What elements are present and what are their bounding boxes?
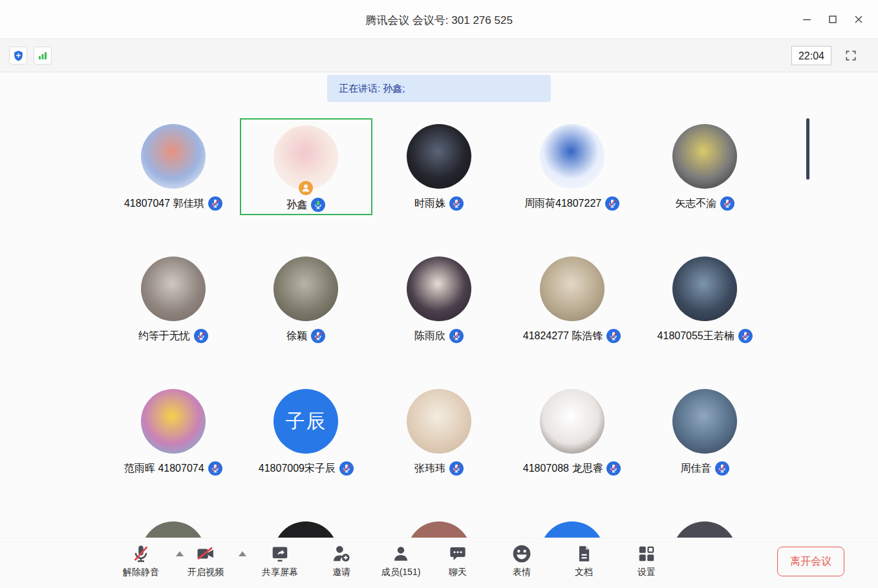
signal-bars-icon[interactable] [34, 47, 52, 65]
participant-name: 41807088 龙思睿 [523, 462, 603, 476]
mic-muted-icon [449, 196, 464, 211]
mic-muted-icon [606, 461, 621, 476]
participant-nameline: 周佳音 [680, 461, 729, 476]
participant-tile[interactable]: 范雨晖 41807074 [107, 383, 240, 480]
toolbar-item-settings[interactable]: 设置 [619, 543, 674, 578]
window-title: 腾讯会议 会议号: 301 276 525 [0, 0, 878, 39]
mic-muted-icon [131, 543, 151, 564]
window-controls [797, 0, 869, 39]
participant-name: 张玮玮 [414, 462, 445, 476]
participant-name: 徐颖 [286, 330, 307, 343]
toolbar-item-label: 开启视频 [187, 567, 224, 578]
scrollbar-thumb[interactable] [806, 118, 809, 180]
mic-muted-icon [311, 329, 325, 343]
avatar [273, 125, 338, 190]
maximize-icon[interactable] [822, 9, 843, 30]
toolbar-item-mic-muted[interactable]: 解除静音 [114, 543, 168, 578]
avatar [141, 389, 206, 454]
toolbar-item-label: 聊天 [449, 567, 467, 578]
participant-tile[interactable]: 周雨荷41807227 [506, 118, 639, 215]
docs-icon [573, 543, 594, 564]
toolbar-item-members[interactable]: 成员(151) [374, 543, 428, 578]
participant-tile[interactable]: 陈雨欣 [372, 251, 506, 348]
participant-row: 范雨晖 41807074子辰41807009宋子辰张玮玮41807088 龙思睿… [107, 383, 771, 516]
camera-off-icon [195, 543, 216, 564]
participant-nameline: 41824277 陈浩锋 [523, 329, 621, 343]
participant-nameline: 徐颖 [286, 329, 325, 343]
toolbar-item-label: 表情 [513, 567, 531, 578]
participant-tile[interactable]: 矢志不渝 [638, 118, 771, 215]
participant-nameline: 41807055王若楠 [658, 329, 753, 343]
participant-name: 周佳音 [680, 462, 711, 476]
chat-icon [447, 543, 468, 564]
toolbar-item-chat[interactable]: 聊天 [431, 543, 485, 578]
participant-name: 约等于无忧 [138, 330, 190, 343]
participant-tile[interactable]: 41824277 陈浩锋 [506, 251, 639, 348]
participant-name: 孙鑫 [286, 198, 307, 212]
participant-nameline: 41807088 龙思睿 [523, 461, 621, 476]
fullscreen-icon[interactable] [842, 47, 860, 65]
participant-nameline: 周雨荷41807227 [524, 196, 619, 211]
toolbar-item-camera-off[interactable]: 开启视频 [178, 543, 233, 578]
participant-tile-active-speaker[interactable]: 孙鑫 [240, 118, 373, 215]
participant-tile[interactable]: 徐颖 [240, 251, 373, 348]
participant-name: 时雨姝 [414, 197, 445, 211]
participant-tile[interactable]: 时雨姝 [372, 118, 506, 215]
avatar [540, 389, 605, 454]
participant-grid: 41807047 郭佳琪孙鑫时雨姝周雨荷41807227矢志不渝约等于无忧徐颖陈… [107, 118, 771, 588]
avatar [672, 257, 737, 321]
mic-muted-icon [606, 329, 621, 343]
participant-row: 约等于无忧徐颖陈雨欣41824277 陈浩锋41807055王若楠 [107, 251, 771, 383]
mic-muted-icon [449, 329, 464, 343]
participant-tile[interactable]: 41807055王若楠 [638, 251, 771, 348]
participant-name: 41807047 郭佳琪 [124, 197, 204, 211]
video-options-arrow-icon[interactable] [239, 551, 246, 556]
settings-icon [636, 543, 657, 564]
toolbar-item-docs[interactable]: 文档 [557, 543, 611, 578]
title-bar: 腾讯会议 会议号: 301 276 525 [0, 0, 878, 39]
host-badge-icon [299, 181, 313, 195]
mic-muted-icon [715, 461, 729, 476]
meeting-timer: 22:04 [791, 46, 831, 65]
mic-muted-icon [194, 329, 208, 343]
participant-nameline: 时雨姝 [414, 196, 464, 211]
close-icon[interactable] [848, 9, 869, 30]
toolbar-item-emoji[interactable]: 表情 [495, 543, 549, 578]
avatar [672, 124, 737, 189]
minimize-icon[interactable] [797, 9, 817, 30]
participant-tile[interactable]: 周佳音 [638, 383, 771, 480]
footer-toolbar: 离开会议 解除静音开启视频共享屏幕邀请成员(151)聊天表情文档设置 [0, 538, 878, 588]
participant-tile[interactable]: 子辰41807009宋子辰 [240, 383, 373, 480]
participant-nameline: 孙鑫 [286, 198, 325, 212]
participant-nameline: 41807047 郭佳琪 [124, 196, 222, 211]
toolbar-item-invite[interactable]: 邀请 [314, 543, 369, 578]
shield-plus-icon[interactable] [9, 47, 27, 65]
avatar [141, 124, 206, 189]
participant-name: 范雨晖 41807074 [124, 462, 204, 476]
participant-nameline: 范雨晖 41807074 [124, 461, 222, 476]
avatar [407, 389, 471, 454]
participant-tile[interactable]: 41807088 龙思睿 [506, 383, 639, 480]
toolbar-item-share-screen[interactable]: 共享屏幕 [253, 543, 307, 578]
mic-muted-icon [449, 461, 464, 476]
mic-muted-icon [720, 196, 734, 211]
meeting-toolbar-strip: 22:04 [0, 39, 878, 72]
participant-tile[interactable]: 张玮玮 [372, 383, 506, 480]
participant-row: 41807047 郭佳琪孙鑫时雨姝周雨荷41807227矢志不渝 [107, 118, 771, 251]
avatar [672, 389, 737, 454]
leave-meeting-button[interactable]: 离开会议 [777, 547, 844, 576]
mic-muted-icon [339, 461, 354, 476]
toolbar-item-label: 成员(151) [381, 567, 421, 578]
participant-name: 周雨荷41807227 [524, 197, 601, 211]
participant-tile[interactable]: 约等于无忧 [107, 251, 240, 348]
avatar-initials: 子辰 [273, 389, 338, 454]
toolbar-item-label: 共享屏幕 [262, 567, 298, 578]
toolbar-item-label: 解除静音 [123, 567, 159, 578]
participant-name: 41807055王若楠 [658, 330, 734, 343]
participant-name: 41824277 陈浩锋 [523, 330, 603, 343]
toolbar-item-label: 设置 [637, 567, 656, 578]
toolbar-item-label: 文档 [575, 567, 593, 578]
participant-nameline: 41807009宋子辰 [259, 461, 354, 476]
participant-tile[interactable]: 41807047 郭佳琪 [107, 118, 240, 215]
share-screen-icon [270, 543, 290, 564]
